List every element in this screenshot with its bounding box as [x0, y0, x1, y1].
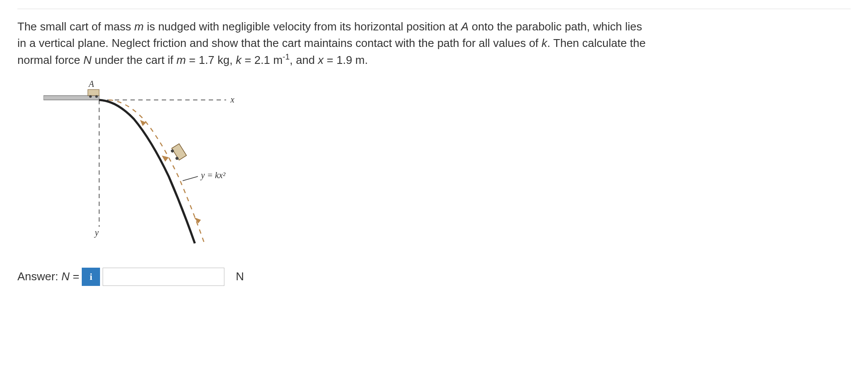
figure-parabolic-path: A x y y = kx² [43, 79, 851, 255]
point-a-label: A [88, 79, 94, 89]
cart-wheel [89, 95, 92, 98]
answer-unit: N [236, 270, 244, 283]
info-button[interactable]: i [82, 268, 100, 286]
arrowhead-icon [162, 156, 169, 162]
cart-at-a [88, 90, 99, 96]
arrowhead-icon [140, 120, 146, 126]
curve-equation-label: y = kx² [200, 170, 226, 180]
parabolic-track [99, 100, 195, 243]
parabolic-track-dashed [109, 100, 204, 243]
diagram-svg: A x y y = kx² [43, 79, 244, 253]
top-divider [17, 9, 851, 9]
answer-input[interactable] [103, 268, 224, 286]
x-axis-label: x [230, 95, 234, 104]
answer-row: Answer: N = i N [17, 268, 851, 286]
problem-statement: The small cart of mass m is nudged with … [17, 19, 648, 69]
arrowhead-icon [194, 217, 201, 223]
curve-label-leader [183, 176, 198, 181]
cart-on-path [170, 143, 187, 161]
answer-label: Answer: N = [17, 270, 79, 283]
y-axis-label: y [94, 228, 99, 238]
svg-rect-0 [172, 143, 187, 160]
cart-wheel [95, 95, 98, 98]
